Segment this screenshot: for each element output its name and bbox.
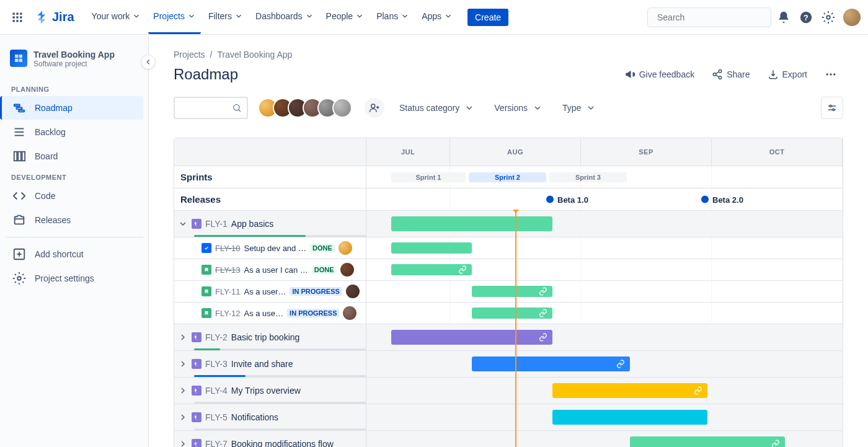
sprint-bar[interactable]: Sprint 1 xyxy=(391,172,466,182)
section-development-label: DEVELOPMENT xyxy=(5,169,143,184)
project-type: Software project xyxy=(33,60,115,68)
story-row[interactable]: FLY-10 Setup dev and … DONE xyxy=(174,237,843,259)
app-switcher-icon[interactable] xyxy=(7,7,27,27)
create-button[interactable]: Create xyxy=(467,9,508,26)
nav-item-people[interactable]: People xyxy=(321,1,370,34)
avatar-unassigned[interactable] xyxy=(332,98,352,118)
expand-chevron-icon[interactable] xyxy=(178,412,188,422)
story-row[interactable]: FLY-12 As a use… IN PROGRESS xyxy=(174,302,843,324)
epic-row[interactable]: FLY-1 App basics xyxy=(174,210,843,237)
assignee-avatar[interactable] xyxy=(339,241,352,255)
timeline-bar[interactable] xyxy=(552,383,707,398)
issue-key: FLY-5 xyxy=(205,412,228,422)
search-icon xyxy=(653,12,653,22)
project-header[interactable]: Travel Booking App Software project xyxy=(5,50,143,81)
svg-point-28 xyxy=(713,73,716,76)
svg-rect-22 xyxy=(22,152,25,161)
task-icon xyxy=(202,243,211,253)
sidebar-roadmap[interactable]: Roadmap xyxy=(0,96,143,120)
story-row[interactable]: FLY-11 As a user… IN PROGRESS xyxy=(174,280,843,302)
sidebar-code[interactable]: Code xyxy=(5,184,143,208)
export-button[interactable]: Export xyxy=(761,65,813,84)
add-shortcut-icon xyxy=(12,247,26,261)
timeline-bar[interactable] xyxy=(472,308,552,319)
nav-item-dashboards[interactable]: Dashboards xyxy=(250,1,319,34)
release-marker[interactable]: Beta 2.0 xyxy=(701,195,743,204)
svg-point-35 xyxy=(234,105,239,110)
status-lozenge: DONE xyxy=(310,244,335,252)
breadcrumb-project[interactable]: Travel Booking App xyxy=(217,50,292,60)
timeline-bar[interactable] xyxy=(552,410,707,425)
project-settings-link[interactable]: Project settings xyxy=(5,267,143,290)
sidebar-board[interactable]: Board xyxy=(5,144,143,168)
expand-chevron-icon[interactable] xyxy=(178,219,188,229)
link-icon xyxy=(539,287,547,296)
svg-point-34 xyxy=(833,73,835,75)
epic-icon xyxy=(192,332,202,342)
assignee-avatar[interactable] xyxy=(346,285,360,298)
nav-item-your-work[interactable]: Your work xyxy=(87,1,146,34)
svg-point-43 xyxy=(833,109,835,111)
link-icon xyxy=(458,265,467,274)
sprint-bar[interactable]: Sprint 2 xyxy=(469,172,546,182)
board-icon xyxy=(12,149,26,163)
svg-rect-8 xyxy=(20,20,22,22)
versions-filter[interactable]: Versions xyxy=(489,99,547,117)
story-icon xyxy=(202,308,211,318)
breadcrumb-root[interactable]: Projects xyxy=(174,50,205,60)
add-shortcut-link[interactable]: Add shortcut xyxy=(5,242,143,266)
expand-chevron-icon[interactable] xyxy=(178,439,188,447)
nav-item-projects[interactable]: Projects xyxy=(148,1,201,34)
search-input[interactable] xyxy=(657,12,766,22)
expand-chevron-icon[interactable] xyxy=(178,386,188,396)
view-settings-button[interactable] xyxy=(821,97,843,119)
assignee-avatar[interactable] xyxy=(343,306,356,320)
feedback-button[interactable]: Give feedback xyxy=(618,65,701,84)
toolbar: Status category Versions Type xyxy=(174,97,843,119)
epic-row[interactable]: FLY-2 Basic trip booking xyxy=(174,324,843,350)
svg-point-33 xyxy=(830,73,831,75)
profile-avatar[interactable] xyxy=(843,9,861,26)
timeline-bar[interactable] xyxy=(630,436,785,447)
epic-row[interactable]: FLY-4 My Trips overview xyxy=(174,377,843,404)
expand-chevron-icon[interactable] xyxy=(178,332,188,342)
share-button[interactable]: Share xyxy=(706,65,756,84)
collapse-sidebar-button[interactable] xyxy=(141,55,156,69)
sprint-bar[interactable]: Sprint 3 xyxy=(549,172,627,182)
chevron-down-icon xyxy=(305,12,314,20)
timeline-bar[interactable] xyxy=(472,286,552,297)
timeline-bar[interactable] xyxy=(391,242,472,254)
epic-row[interactable]: FLY-3 Invite and share xyxy=(174,350,843,377)
sidebar-releases[interactable]: Releases xyxy=(5,208,143,232)
sidebar-backlog[interactable]: Backlog xyxy=(5,120,143,144)
nav-item-plans[interactable]: Plans xyxy=(371,1,414,34)
global-search[interactable] xyxy=(647,7,771,27)
svg-point-13 xyxy=(826,15,830,19)
svg-rect-15 xyxy=(16,107,22,109)
chevron-left-icon xyxy=(144,58,153,66)
add-people-button[interactable] xyxy=(365,98,384,118)
status-filter[interactable]: Status category xyxy=(394,99,479,117)
story-row[interactable]: FLY-13 As a user I can … DONE xyxy=(174,259,843,280)
help-icon[interactable]: ? xyxy=(796,7,816,27)
nav-item-filters[interactable]: Filters xyxy=(203,1,248,34)
timeline-bar[interactable] xyxy=(472,356,630,371)
settings-icon[interactable] xyxy=(818,7,838,27)
timeline-bar[interactable] xyxy=(391,264,472,275)
release-marker[interactable]: Beta 1.0 xyxy=(546,195,588,204)
roadmap-search[interactable] xyxy=(174,97,248,119)
notifications-icon[interactable] xyxy=(774,7,794,27)
epic-row[interactable]: FLY-5 Notifications xyxy=(174,404,843,430)
svg-point-42 xyxy=(830,105,831,107)
more-button[interactable] xyxy=(818,64,843,84)
jira-logo[interactable]: Jira xyxy=(30,10,79,25)
issue-summary: As a use… xyxy=(244,309,283,318)
timeline-bar[interactable] xyxy=(391,330,552,345)
type-filter[interactable]: Type xyxy=(557,99,601,117)
expand-chevron-icon[interactable] xyxy=(178,359,188,369)
assignee-avatar[interactable] xyxy=(340,263,354,277)
timeline-bar[interactable] xyxy=(391,216,552,231)
nav-item-apps[interactable]: Apps xyxy=(417,1,458,34)
roadmap-timeline: JULAUGSEPOCT Sprints Sprint 1Sprint 2Spr… xyxy=(174,138,843,447)
epic-row[interactable]: FLY-7 Booking modifications flow xyxy=(174,430,843,447)
